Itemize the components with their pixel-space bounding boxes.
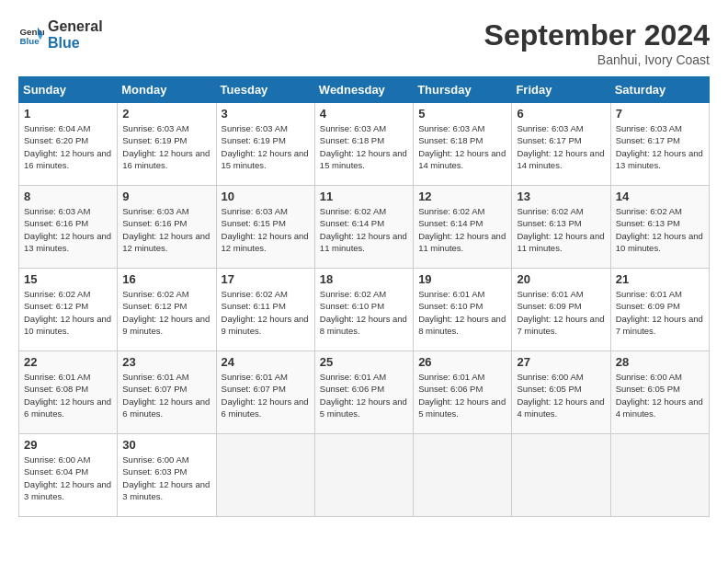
calendar-week-3: 15 Sunrise: 6:02 AM Sunset: 6:12 PM Dayl… [19, 269, 710, 351]
day-number: 25 [320, 355, 408, 369]
day-number: 29 [24, 438, 112, 452]
day-number: 7 [616, 107, 704, 121]
calendar-week-2: 8 Sunrise: 6:03 AM Sunset: 6:16 PM Dayli… [19, 186, 710, 269]
weekday-header-wednesday: Wednesday [314, 77, 413, 103]
calendar-cell: 17 Sunrise: 6:02 AM Sunset: 6:11 PM Dayl… [216, 269, 314, 351]
calendar-cell: 8 Sunrise: 6:03 AM Sunset: 6:16 PM Dayli… [19, 186, 118, 269]
day-info: Sunrise: 6:01 AM Sunset: 6:07 PM Dayligh… [122, 371, 210, 419]
day-info: Sunrise: 6:01 AM Sunset: 6:06 PM Dayligh… [320, 371, 408, 419]
weekday-header-thursday: Thursday [414, 77, 512, 103]
day-info: Sunrise: 6:03 AM Sunset: 6:16 PM Dayligh… [24, 205, 112, 254]
day-info: Sunrise: 6:03 AM Sunset: 6:16 PM Dayligh… [122, 205, 210, 254]
day-number: 30 [122, 438, 210, 452]
title-area: September 2024 Banhui, Ivory Coast [484, 18, 710, 67]
day-number: 8 [24, 190, 112, 203]
calendar-cell: 2 Sunrise: 6:03 AM Sunset: 6:19 PM Dayli… [118, 103, 216, 186]
day-number: 6 [517, 107, 605, 121]
day-info: Sunrise: 6:02 AM Sunset: 6:14 PM Dayligh… [320, 205, 408, 254]
calendar-cell [512, 434, 610, 517]
month-title: September 2024 [484, 18, 710, 52]
calendar-cell: 22 Sunrise: 6:01 AM Sunset: 6:08 PM Dayl… [19, 351, 118, 434]
day-info: Sunrise: 6:03 AM Sunset: 6:18 PM Dayligh… [418, 122, 506, 171]
day-info: Sunrise: 6:01 AM Sunset: 6:07 PM Dayligh… [222, 371, 310, 419]
calendar-cell: 19 Sunrise: 6:01 AM Sunset: 6:10 PM Dayl… [414, 269, 512, 351]
day-info: Sunrise: 6:03 AM Sunset: 6:19 PM Dayligh… [122, 122, 210, 171]
location-subtitle: Banhui, Ivory Coast [484, 52, 710, 67]
calendar-cell: 20 Sunrise: 6:01 AM Sunset: 6:09 PM Dayl… [512, 269, 610, 351]
calendar-cell [314, 434, 413, 517]
day-number: 28 [616, 355, 704, 369]
logo: General Blue General Blue [18, 18, 103, 52]
calendar-cell: 21 Sunrise: 6:01 AM Sunset: 6:09 PM Dayl… [610, 269, 709, 351]
weekday-header-row: SundayMondayTuesdayWednesdayThursdayFrid… [19, 77, 710, 103]
page-header: General Blue General Blue September 2024… [18, 18, 710, 67]
day-info: Sunrise: 6:00 AM Sunset: 6:05 PM Dayligh… [517, 371, 605, 419]
calendar-cell: 16 Sunrise: 6:02 AM Sunset: 6:12 PM Dayl… [118, 269, 216, 351]
calendar-cell: 27 Sunrise: 6:00 AM Sunset: 6:05 PM Dayl… [512, 351, 610, 434]
calendar-cell: 18 Sunrise: 6:02 AM Sunset: 6:10 PM Dayl… [314, 269, 413, 351]
day-info: Sunrise: 6:01 AM Sunset: 6:09 PM Dayligh… [616, 288, 704, 337]
day-number: 4 [320, 107, 408, 121]
day-number: 17 [222, 272, 310, 286]
day-number: 20 [517, 272, 605, 286]
day-info: Sunrise: 6:03 AM Sunset: 6:18 PM Dayligh… [320, 122, 408, 171]
day-number: 3 [222, 107, 310, 121]
day-number: 15 [24, 272, 112, 286]
calendar-table: SundayMondayTuesdayWednesdayThursdayFrid… [18, 76, 710, 517]
day-info: Sunrise: 6:02 AM Sunset: 6:10 PM Dayligh… [320, 288, 408, 337]
calendar-cell: 11 Sunrise: 6:02 AM Sunset: 6:14 PM Dayl… [314, 186, 413, 269]
day-info: Sunrise: 6:02 AM Sunset: 6:14 PM Dayligh… [418, 205, 506, 254]
day-number: 14 [616, 190, 704, 203]
calendar-cell: 10 Sunrise: 6:03 AM Sunset: 6:15 PM Dayl… [216, 186, 314, 269]
calendar-cell: 28 Sunrise: 6:00 AM Sunset: 6:05 PM Dayl… [610, 351, 709, 434]
day-info: Sunrise: 6:04 AM Sunset: 6:20 PM Dayligh… [24, 122, 112, 171]
weekday-header-sunday: Sunday [19, 77, 118, 103]
day-info: Sunrise: 6:02 AM Sunset: 6:13 PM Dayligh… [517, 205, 605, 254]
calendar-cell: 26 Sunrise: 6:01 AM Sunset: 6:06 PM Dayl… [414, 351, 512, 434]
day-number: 19 [418, 272, 506, 286]
day-info: Sunrise: 6:02 AM Sunset: 6:12 PM Dayligh… [122, 288, 210, 337]
day-number: 2 [122, 107, 210, 121]
calendar-cell [414, 434, 512, 517]
day-number: 11 [320, 190, 408, 203]
day-number: 21 [616, 272, 704, 286]
calendar-cell: 23 Sunrise: 6:01 AM Sunset: 6:07 PM Dayl… [118, 351, 216, 434]
day-info: Sunrise: 6:02 AM Sunset: 6:12 PM Dayligh… [24, 288, 112, 337]
day-number: 16 [122, 272, 210, 286]
weekday-header-saturday: Saturday [610, 77, 709, 103]
calendar-cell: 4 Sunrise: 6:03 AM Sunset: 6:18 PM Dayli… [314, 103, 413, 186]
day-number: 1 [24, 107, 112, 121]
calendar-cell: 14 Sunrise: 6:02 AM Sunset: 6:13 PM Dayl… [610, 186, 709, 269]
calendar-week-5: 29 Sunrise: 6:00 AM Sunset: 6:04 PM Dayl… [19, 434, 710, 517]
weekday-header-monday: Monday [118, 77, 216, 103]
calendar-cell: 29 Sunrise: 6:00 AM Sunset: 6:04 PM Dayl… [19, 434, 118, 517]
calendar-cell: 12 Sunrise: 6:02 AM Sunset: 6:14 PM Dayl… [414, 186, 512, 269]
calendar-cell: 24 Sunrise: 6:01 AM Sunset: 6:07 PM Dayl… [216, 351, 314, 434]
logo-icon: General Blue [18, 22, 44, 48]
day-info: Sunrise: 6:01 AM Sunset: 6:08 PM Dayligh… [24, 371, 112, 419]
day-info: Sunrise: 6:02 AM Sunset: 6:11 PM Dayligh… [222, 288, 310, 337]
day-number: 9 [122, 190, 210, 203]
svg-text:Blue: Blue [19, 36, 40, 46]
day-number: 27 [517, 355, 605, 369]
calendar-cell: 9 Sunrise: 6:03 AM Sunset: 6:16 PM Dayli… [118, 186, 216, 269]
day-info: Sunrise: 6:03 AM Sunset: 6:17 PM Dayligh… [517, 122, 605, 171]
day-info: Sunrise: 6:01 AM Sunset: 6:10 PM Dayligh… [418, 288, 506, 337]
calendar-cell: 7 Sunrise: 6:03 AM Sunset: 6:17 PM Dayli… [610, 103, 709, 186]
calendar-cell: 15 Sunrise: 6:02 AM Sunset: 6:12 PM Dayl… [19, 269, 118, 351]
weekday-header-tuesday: Tuesday [216, 77, 314, 103]
weekday-header-friday: Friday [512, 77, 610, 103]
day-info: Sunrise: 6:03 AM Sunset: 6:15 PM Dayligh… [222, 205, 310, 254]
calendar-week-1: 1 Sunrise: 6:04 AM Sunset: 6:20 PM Dayli… [19, 103, 710, 186]
day-info: Sunrise: 6:00 AM Sunset: 6:04 PM Dayligh… [24, 454, 112, 502]
calendar-cell: 1 Sunrise: 6:04 AM Sunset: 6:20 PM Dayli… [19, 103, 118, 186]
calendar-cell: 5 Sunrise: 6:03 AM Sunset: 6:18 PM Dayli… [414, 103, 512, 186]
calendar-cell: 30 Sunrise: 6:00 AM Sunset: 6:03 PM Dayl… [118, 434, 216, 517]
day-info: Sunrise: 6:02 AM Sunset: 6:13 PM Dayligh… [616, 205, 704, 254]
day-number: 22 [24, 355, 112, 369]
calendar-cell: 3 Sunrise: 6:03 AM Sunset: 6:19 PM Dayli… [216, 103, 314, 186]
calendar-cell: 6 Sunrise: 6:03 AM Sunset: 6:17 PM Dayli… [512, 103, 610, 186]
day-number: 24 [222, 355, 310, 369]
day-info: Sunrise: 6:03 AM Sunset: 6:19 PM Dayligh… [222, 122, 310, 171]
logo-blue: Blue [48, 35, 103, 52]
